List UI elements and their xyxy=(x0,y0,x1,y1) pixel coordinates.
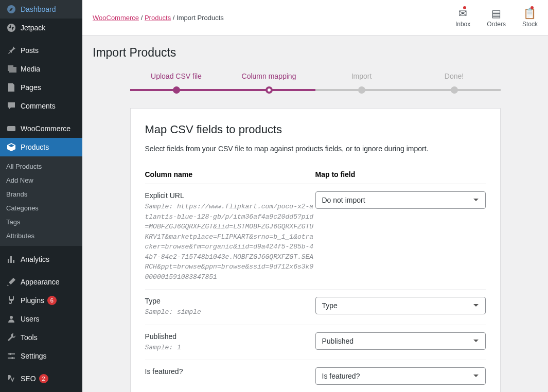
sidebar-item-seo[interactable]: SEO 2 xyxy=(0,369,82,388)
wrench-icon xyxy=(6,332,16,343)
sidebar-item-users[interactable]: Users xyxy=(0,310,82,328)
svg-rect-1 xyxy=(7,126,15,131)
column-name: Is featured? xyxy=(145,367,315,376)
sidebar-label: Jetpack xyxy=(21,24,45,32)
list-icon: ▤ xyxy=(491,7,501,20)
woocommerce-icon xyxy=(6,123,16,134)
plug-icon xyxy=(6,295,16,306)
sidebar-label: SEO xyxy=(21,375,36,383)
table-row: Explicit URL Sample: https://www.flipkar… xyxy=(145,184,486,290)
svg-point-2 xyxy=(10,316,13,319)
stock-action[interactable]: 📋 Stock xyxy=(522,7,538,28)
box-icon xyxy=(6,142,16,152)
submenu-categories[interactable]: Categories xyxy=(0,201,82,215)
step-dot-icon xyxy=(358,86,365,94)
sidebar-item-woocommerce[interactable]: WooCommerce xyxy=(0,119,82,138)
page-icon xyxy=(6,82,16,93)
comment-icon xyxy=(6,101,16,111)
column-sample: Sample: 1 xyxy=(145,343,315,353)
svg-point-3 xyxy=(9,353,11,355)
map-field-select[interactable]: Do not import xyxy=(315,191,486,209)
topbar: WooCommerce / Products / Import Products… xyxy=(82,0,548,35)
chart-icon xyxy=(6,254,16,264)
map-field-select[interactable]: Published xyxy=(315,332,486,350)
sliders-icon xyxy=(6,351,16,361)
th-column-name: Column name xyxy=(145,165,315,184)
sidebar-label: WooCommerce xyxy=(21,124,70,133)
admin-sidebar: Dashboard Jetpack Posts Media Pages Comm… xyxy=(0,0,82,392)
seo-icon xyxy=(6,373,16,384)
sidebar-label: Users xyxy=(21,315,40,323)
svg-point-4 xyxy=(11,357,13,359)
mapping-table: Column name Map to field Explicit URL Sa… xyxy=(145,165,486,392)
column-sample: Sample: simple xyxy=(145,307,315,317)
svg-point-0 xyxy=(7,24,15,32)
breadcrumb-current: Import Products xyxy=(176,14,224,22)
sidebar-item-comments[interactable]: Comments xyxy=(0,97,82,115)
sidebar-item-settings[interactable]: Settings xyxy=(0,347,82,365)
gauge-icon xyxy=(6,4,16,14)
breadcrumb-woocommerce[interactable]: WooCommerce xyxy=(93,14,139,22)
seo-badge: 2 xyxy=(39,374,48,383)
map-field-select[interactable]: Type xyxy=(315,297,486,314)
wizard-steps: Upload CSV file Column mapping Import Do… xyxy=(130,72,501,94)
sidebar-label: Dashboard xyxy=(21,5,56,13)
sidebar-item-pages[interactable]: Pages xyxy=(0,78,82,97)
inbox-action[interactable]: ✉ Inbox xyxy=(455,7,470,28)
submenu-all-products[interactable]: All Products xyxy=(0,159,82,173)
sidebar-label: Posts xyxy=(21,46,39,55)
media-icon xyxy=(6,64,16,74)
plugins-badge: 6 xyxy=(47,296,57,305)
sidebar-label: Settings xyxy=(21,352,47,360)
step-dot-icon xyxy=(173,86,180,94)
mail-icon: ✉ xyxy=(458,7,467,20)
column-name: Type xyxy=(145,297,315,305)
action-label: Inbox xyxy=(455,21,470,28)
sidebar-item-media[interactable]: Media xyxy=(0,60,82,78)
mapping-card: Map CSV fields to products Select fields… xyxy=(130,108,501,392)
jetpack-icon xyxy=(6,23,16,33)
user-icon xyxy=(6,314,16,324)
sidebar-label: Comments xyxy=(21,102,56,110)
sidebar-label: Media xyxy=(21,65,40,73)
orders-action[interactable]: ▤ Orders xyxy=(487,7,506,28)
sidebar-item-dashboard[interactable]: Dashboard xyxy=(0,0,82,19)
table-row: Is featured? Is featured? xyxy=(145,360,486,393)
column-name: Published xyxy=(145,332,315,341)
sidebar-item-tools[interactable]: Tools xyxy=(0,328,82,347)
clipboard-icon: 📋 xyxy=(523,7,536,20)
top-actions: ✉ Inbox ▤ Orders 📋 Stock xyxy=(455,7,538,28)
page-title: Import Products xyxy=(93,46,538,60)
map-field-select[interactable]: Is featured? xyxy=(315,367,486,385)
step-dot-icon xyxy=(451,86,458,94)
sidebar-item-products[interactable]: Products xyxy=(0,138,82,156)
step-line-fill xyxy=(130,89,315,91)
submenu-tags[interactable]: Tags xyxy=(0,215,82,229)
main-area: WooCommerce / Products / Import Products… xyxy=(82,0,548,392)
sidebar-label: Pages xyxy=(21,83,41,92)
sidebar-item-appearance[interactable]: Appearance xyxy=(0,273,82,291)
th-map-field: Map to field xyxy=(315,165,486,184)
sidebar-label: Appearance xyxy=(21,278,60,286)
table-row: Published Sample: 1 Published xyxy=(145,325,486,360)
import-wizard: Upload CSV file Column mapping Import Do… xyxy=(130,72,501,392)
action-label: Orders xyxy=(487,21,506,28)
submenu-add-new[interactable]: Add New xyxy=(0,173,82,187)
content: Import Products Upload CSV file Column m… xyxy=(82,35,548,392)
sidebar-item-posts[interactable]: Posts xyxy=(0,41,82,60)
submenu-brands[interactable]: Brands xyxy=(0,187,82,201)
breadcrumb-products[interactable]: Products xyxy=(145,14,171,22)
column-sample: Sample: https://www.flipkart.com/poco-x2… xyxy=(145,202,315,282)
sidebar-item-analytics[interactable]: Analytics xyxy=(0,250,82,269)
sidebar-label: Analytics xyxy=(21,255,49,263)
step-dot-icon xyxy=(266,86,273,94)
table-row: Type Sample: simple Type xyxy=(145,290,486,325)
action-label: Stock xyxy=(522,21,538,28)
submenu-attributes[interactable]: Attributes xyxy=(0,229,82,243)
pin-icon xyxy=(6,45,16,56)
products-submenu: All Products Add New Brands Categories T… xyxy=(0,156,82,246)
sidebar-item-jetpack[interactable]: Jetpack xyxy=(0,19,82,37)
brush-icon xyxy=(6,277,16,287)
sidebar-label: Products xyxy=(21,143,49,151)
sidebar-item-plugins[interactable]: Plugins 6 xyxy=(0,291,82,310)
